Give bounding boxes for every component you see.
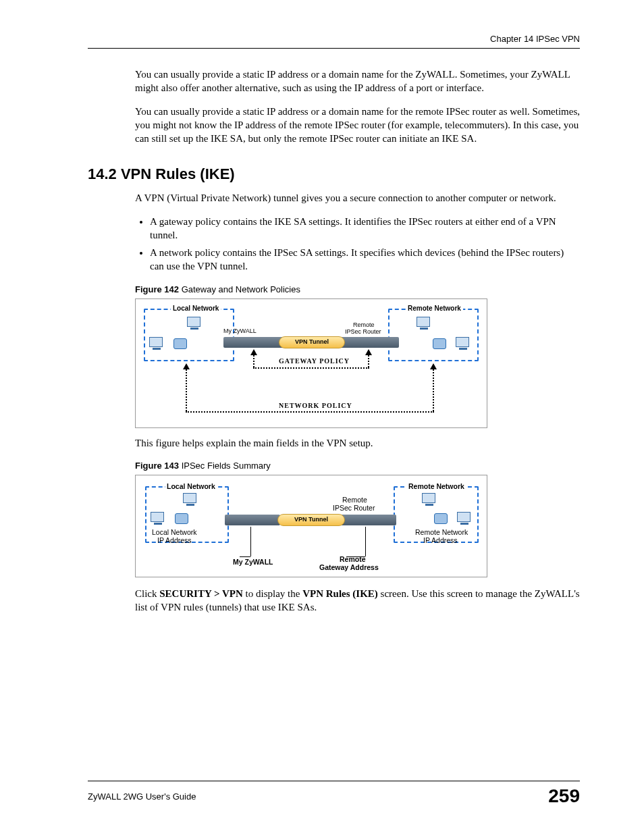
computer-icon bbox=[456, 337, 471, 350]
figure-142: Local Network Remote Network My ZyWALL R… bbox=[135, 298, 487, 428]
my-zywall-label: My ZyWALL bbox=[223, 328, 257, 334]
bullet-item: A gateway policy contains the IKE SA set… bbox=[150, 215, 580, 242]
dotted-line bbox=[433, 369, 434, 411]
figure-142-caption: Figure 142 Gateway and Network Policies bbox=[135, 284, 580, 294]
local-ip-label-2: IP Address bbox=[157, 536, 192, 544]
remote-network-label: Remote Network bbox=[407, 482, 466, 490]
network-policy-label: NETWORK POLICY bbox=[277, 402, 354, 409]
local-network-label: Local Network bbox=[165, 482, 217, 490]
paragraph-3: A VPN (Virtual Private Network) tunnel g… bbox=[135, 191, 580, 205]
paragraph-4: This figure helps explain the main field… bbox=[135, 436, 580, 450]
remote-ip-label-2: IP Address bbox=[423, 536, 458, 544]
computer-icon bbox=[457, 512, 472, 525]
computer-icon bbox=[149, 337, 164, 350]
page-footer: ZyWALL 2WG User's Guide 259 bbox=[88, 781, 580, 807]
pointer-line bbox=[240, 556, 250, 557]
remote-router-label-2: IPSec Router bbox=[345, 328, 381, 335]
dotted-line bbox=[253, 355, 254, 367]
dotted-line bbox=[186, 411, 434, 413]
footer-rule bbox=[88, 781, 580, 781]
chapter-header: Chapter 14 IPSec VPN bbox=[88, 34, 580, 44]
remote-gateway-label-1: Remote bbox=[340, 555, 366, 563]
remote-network-box bbox=[388, 309, 479, 361]
remote-router-label-1: Remote bbox=[342, 496, 367, 504]
figure-143: Local Network Local Network IP Address R… bbox=[135, 475, 487, 577]
remote-gateway-label-2: Gateway Address bbox=[319, 563, 379, 571]
router-icon bbox=[223, 337, 284, 348]
router-icon bbox=[341, 515, 396, 525]
pointer-line bbox=[250, 527, 251, 556]
computer-icon bbox=[422, 493, 437, 506]
vpn-tunnel: VPN Tunnel bbox=[279, 336, 345, 348]
my-zywall-label: My ZyWALL bbox=[233, 558, 273, 566]
paragraph-1: You can usually provide a static IP addr… bbox=[135, 68, 580, 95]
section-heading: 14.2 VPN Rules (IKE) bbox=[88, 165, 580, 183]
bullet-list: A gateway policy contains the IKE SA set… bbox=[135, 215, 580, 273]
switch-icon bbox=[433, 338, 446, 349]
pointer-line bbox=[365, 527, 366, 556]
arrowhead-icon bbox=[430, 363, 437, 369]
remote-network-label: Remote Network bbox=[406, 305, 463, 312]
router-icon bbox=[338, 337, 399, 348]
dotted-line bbox=[368, 355, 369, 367]
bullet-item: A network policy contains the IPSec SA s… bbox=[150, 246, 580, 273]
arrowhead-icon bbox=[183, 363, 190, 369]
dotted-line bbox=[186, 369, 187, 411]
computer-icon bbox=[417, 317, 431, 330]
arrowhead-icon bbox=[250, 349, 257, 355]
computer-icon bbox=[187, 317, 202, 330]
gateway-policy-label: GATEWAY POLICY bbox=[277, 357, 351, 365]
remote-ip-label-1: Remote Network bbox=[415, 528, 468, 536]
remote-router-label-1: Remote bbox=[353, 321, 375, 328]
paragraph-5: Click SECURITY > VPN to display the VPN … bbox=[135, 587, 580, 615]
arrowhead-icon bbox=[365, 349, 372, 355]
computer-icon bbox=[183, 493, 198, 506]
vpn-tunnel: VPN Tunnel bbox=[277, 514, 345, 526]
header-rule bbox=[88, 48, 580, 49]
switch-icon bbox=[434, 513, 448, 524]
computer-icon bbox=[151, 512, 165, 525]
footer-page-number: 259 bbox=[548, 785, 580, 807]
router-icon bbox=[225, 515, 280, 525]
local-ip-label-1: Local Network bbox=[152, 528, 197, 536]
dotted-line bbox=[253, 367, 369, 369]
switch-icon bbox=[175, 513, 188, 524]
remote-router-label-2: IPSec Router bbox=[333, 504, 375, 512]
switch-icon bbox=[173, 338, 187, 349]
local-network-label: Local Network bbox=[171, 305, 221, 312]
figure-143-caption: Figure 143 IPSec Fields Summary bbox=[135, 461, 580, 471]
paragraph-2: You can usually provide a static IP addr… bbox=[135, 105, 580, 146]
footer-guide-title: ZyWALL 2WG User's Guide bbox=[88, 791, 196, 802]
